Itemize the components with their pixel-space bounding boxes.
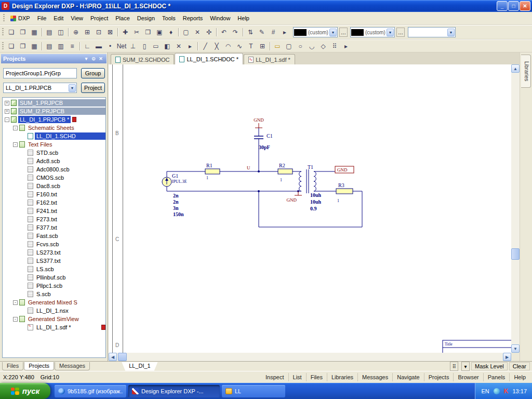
c1-value-label[interactable]: 30pF: [259, 144, 270, 150]
taskbar-task[interactable]: Design Explorer DXP -...: [128, 385, 220, 397]
place-wire-button[interactable]: ∟: [82, 41, 93, 51]
gnd-right-label[interactable]: GND: [337, 167, 348, 172]
toolbar-button[interactable]: [116, 27, 119, 37]
tree-expander-icon[interactable]: [21, 234, 26, 238]
cross-probe-button[interactable]: ✚: [119, 27, 131, 37]
tree-expander-icon[interactable]: [21, 242, 26, 247]
new-document-button[interactable]: ❏: [6, 27, 17, 37]
tree-expander-icon[interactable]: -: [13, 300, 18, 305]
taskbar-task[interactable]: 9b5185.gif (изображ...: [55, 385, 126, 397]
panel-menu-icon[interactable]: ▾: [83, 56, 90, 61]
schematic-editor-canvas[interactable]: B C D: [109, 64, 511, 353]
g1-param-3[interactable]: 3n: [173, 205, 179, 211]
tree-item[interactable]: LL_DI_1.nsx: [3, 307, 105, 315]
component-bodies[interactable]: [162, 169, 353, 194]
tree-expander-icon[interactable]: +: [5, 109, 9, 114]
open-document-button[interactable]: ❐: [17, 27, 29, 37]
no-erc-button[interactable]: ✕: [173, 41, 184, 51]
tree-item[interactable]: - Generated Mixed S: [3, 298, 105, 307]
tree-expander-icon[interactable]: [21, 325, 26, 330]
vertical-scrollbar[interactable]: ▲ ▼: [511, 64, 520, 353]
document-tab[interactable]: LL_DI_1.sdf *: [244, 54, 295, 64]
tree-item[interactable]: Fcvs.scb: [3, 240, 105, 248]
tree-expander-icon[interactable]: [21, 217, 26, 222]
status-button[interactable]: Help: [509, 373, 530, 381]
status-button[interactable]: Inspect: [261, 373, 288, 381]
libraries-panel-tab[interactable]: Libraries: [521, 55, 531, 88]
chevron-down-icon[interactable]: ▼: [387, 29, 394, 36]
tree-item[interactable]: Adc0800.scb: [3, 165, 105, 174]
tree-item[interactable]: LL_DI_1.sdf *: [3, 323, 105, 331]
tree-item[interactable]: LL_DI_1.SCHD: [3, 132, 105, 140]
tree-item[interactable]: LS.scb: [3, 265, 105, 273]
chevron-down-icon[interactable]: ▼: [69, 84, 76, 92]
cut-button[interactable]: ✂: [131, 27, 142, 37]
tree-expander-icon[interactable]: -: [5, 117, 9, 122]
toolbar-button[interactable]: [66, 27, 70, 37]
tree-expander-icon[interactable]: -: [13, 142, 18, 147]
tree-item[interactable]: Fast.scb: [3, 232, 105, 240]
drawing-overflow-button[interactable]: ▸: [340, 41, 352, 51]
t1-param-2[interactable]: 10uh: [310, 199, 322, 205]
tree-item[interactable]: LS377.txt: [3, 257, 105, 265]
chevron-down-icon[interactable]: ▾: [461, 362, 470, 371]
print-button[interactable]: ▤: [44, 27, 55, 37]
tree-item[interactable]: - Text Files: [3, 140, 105, 149]
schematic-wires[interactable]: [167, 128, 362, 227]
wiring-overflow-button[interactable]: ▸: [184, 41, 196, 51]
antivirus-tray-icon[interactable]: K: [504, 388, 509, 395]
tree-expander-icon[interactable]: [21, 201, 26, 205]
t1-param-1[interactable]: 10uh: [310, 192, 322, 198]
place-dashed-line-button[interactable]: ╳: [211, 41, 222, 51]
edit-button[interactable]: ✎: [256, 27, 268, 37]
toolbar-button[interactable]: [40, 41, 44, 51]
tree-item[interactable]: F162.txt: [3, 198, 105, 207]
tree-expander-icon[interactable]: +: [5, 101, 9, 105]
save-all-button[interactable]: ▦: [29, 41, 40, 51]
place-polygon-button[interactable]: ◇: [317, 41, 329, 51]
tree-expander-icon[interactable]: [21, 184, 26, 189]
place-elliptical-arc-button[interactable]: ◡: [306, 41, 317, 51]
hierarchy-button[interactable]: ⇅: [245, 27, 256, 37]
tree-item[interactable]: F241.txt: [3, 207, 105, 215]
place-bus-button[interactable]: ▬: [93, 41, 104, 51]
color-browse-button-1[interactable]: …: [339, 28, 348, 37]
toolbar-button[interactable]: [215, 27, 218, 37]
open-project-button[interactable]: ❐: [17, 41, 29, 51]
tree-expander-icon[interactable]: [21, 259, 26, 263]
horizontal-scrollbar[interactable]: ◀ ▶: [109, 353, 511, 361]
undo-button[interactable]: ↶: [218, 27, 230, 37]
tree-expander-icon[interactable]: [21, 167, 26, 172]
menu-item[interactable]: Help: [234, 13, 253, 23]
project-group-combo[interactable]: ProjectGroup1.PrjGrp: [3, 68, 77, 78]
menu-grip[interactable]: [3, 14, 5, 22]
place-rectangle-button[interactable]: ▭: [272, 41, 283, 51]
maximize-button[interactable]: □: [508, 1, 519, 11]
line-color-combo[interactable]: (custom) ▼: [350, 27, 395, 37]
resistor-r2[interactable]: [278, 169, 292, 174]
t1-param-3[interactable]: 0.9: [310, 206, 317, 211]
tree-item[interactable]: Pllpc1.scb: [3, 282, 105, 290]
project-combo[interactable]: LL_DI_1.PRJPCB ▼: [3, 83, 77, 93]
tree-expander-icon[interactable]: [21, 159, 26, 164]
schematic-sheet[interactable]: B C D: [109, 64, 511, 353]
place-part-button[interactable]: ▯: [139, 41, 150, 51]
scroll-down-icon[interactable]: ▼: [511, 344, 520, 353]
color-browse-button-2[interactable]: …: [396, 28, 405, 37]
net-label-u[interactable]: U: [247, 165, 250, 170]
tree-expander-icon[interactable]: [21, 151, 26, 155]
toolbar-grip[interactable]: [2, 28, 4, 36]
copy-button[interactable]: ❒: [142, 27, 154, 37]
tree-item[interactable]: + SUM_1.PRJPCB: [3, 99, 105, 107]
chevron-down-icon[interactable]: ▼: [447, 29, 455, 36]
tree-item[interactable]: STD.scb: [3, 149, 105, 157]
g1-param-4[interactable]: 150n: [173, 211, 184, 217]
place-sine-button[interactable]: ∿: [234, 41, 245, 51]
browse-library-button[interactable]: ≡: [66, 41, 78, 51]
paste-button[interactable]: ▣: [154, 27, 165, 37]
tree-expander-icon[interactable]: [21, 192, 26, 197]
status-button[interactable]: Browser: [453, 373, 483, 381]
scroll-track[interactable]: [127, 353, 503, 361]
menu-item[interactable]: DXP: [7, 13, 34, 23]
chevron-down-icon[interactable]: ▼: [329, 29, 337, 36]
